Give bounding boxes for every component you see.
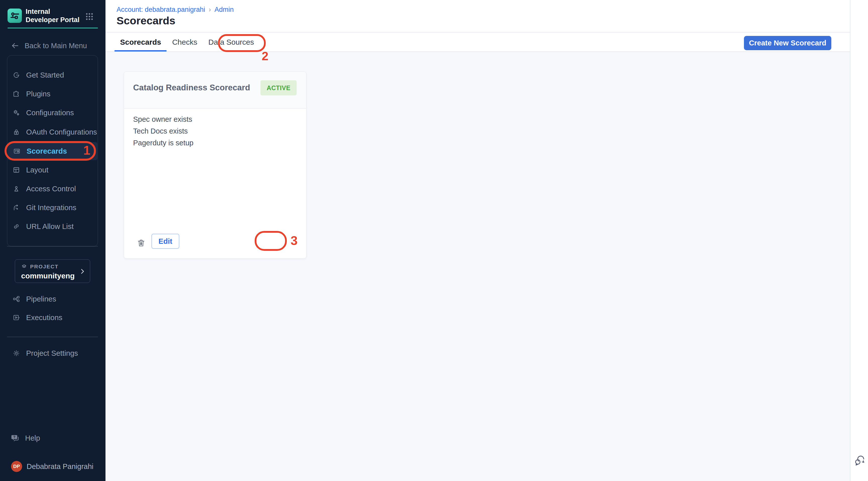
breadcrumb-separator: › xyxy=(209,5,211,13)
app-title: Internal Developer Portal xyxy=(26,7,82,24)
scorecard-card: Catalog Readiness Scorecard ACTIVE Spec … xyxy=(124,71,306,259)
tab-data-sources[interactable]: Data Sources xyxy=(203,33,259,52)
help-chat-icon: ? xyxy=(10,433,20,443)
breadcrumb-admin-link[interactable]: Admin xyxy=(215,6,234,13)
sidebar-item-git-integrations[interactable]: Git Integrations xyxy=(7,199,98,217)
oauth-lock-icon xyxy=(12,128,20,136)
right-gutter xyxy=(850,0,868,481)
app-switcher-icon[interactable] xyxy=(85,12,94,21)
user-menu[interactable]: DP Debabrata Panigrahi xyxy=(0,460,105,473)
layout-icon xyxy=(12,166,20,174)
sidebar-item-label: Project Settings xyxy=(26,349,78,357)
configurations-icon xyxy=(12,109,20,117)
layers-icon xyxy=(21,264,27,269)
sidebar-accent-rule xyxy=(7,28,98,28)
back-to-main-menu[interactable]: Back to Main Menu xyxy=(0,40,105,51)
executions-icon xyxy=(12,314,20,321)
sidebar-item-project-settings[interactable]: Project Settings xyxy=(7,344,98,362)
page-root: Internal Developer Portal Back to Main M… xyxy=(0,0,868,481)
project-selector[interactable]: PROJECT communityeng xyxy=(15,259,90,283)
check-item: Spec owner exists xyxy=(133,114,193,125)
scorecard-title: Catalog Readiness Scorecard xyxy=(133,83,250,92)
sidebar-divider xyxy=(7,336,98,337)
sidebar-item-layout[interactable]: Layout xyxy=(7,161,98,179)
trash-icon xyxy=(136,238,146,248)
project-name: communityeng xyxy=(21,271,74,280)
page-title: Scorecards xyxy=(117,14,175,27)
user-name: Debabrata Panigrahi xyxy=(27,462,93,471)
edit-scorecard-button[interactable]: Edit xyxy=(151,234,179,249)
get-started-icon xyxy=(12,71,20,79)
breadcrumb-account-link[interactable]: Account: debabrata.panigrahi xyxy=(117,6,205,13)
help-label: Help xyxy=(25,434,40,442)
sidebar-item-label: Scorecards xyxy=(27,147,67,155)
sidebar-item-label: Executions xyxy=(26,313,62,322)
app-logo-icon xyxy=(7,8,22,23)
sidebar-item-label: Git Integrations xyxy=(26,203,76,212)
back-label: Back to Main Menu xyxy=(25,42,87,50)
scorecards-icon xyxy=(13,147,21,155)
pipelines-icon xyxy=(12,295,20,303)
avatar: DP xyxy=(11,461,22,472)
sidebar-item-label: Pipelines xyxy=(26,295,56,303)
chevron-right-icon xyxy=(79,268,86,275)
sidebar-item-oauth-configurations[interactable]: OAuth Configurations xyxy=(7,123,98,141)
sidebar-item-url-allow-list[interactable]: URL Allow List xyxy=(7,217,98,235)
sidebar-item-label: OAuth Configurations xyxy=(26,128,97,136)
sidebar-item-label: Plugins xyxy=(26,90,51,98)
sidebar-item-access-control[interactable]: Access Control xyxy=(7,180,98,198)
delete-scorecard-button[interactable] xyxy=(136,238,146,249)
create-new-scorecard-button[interactable]: Create New Scorecard xyxy=(744,36,831,50)
access-control-person-icon xyxy=(12,185,20,193)
check-item: Pagerduty is setup xyxy=(133,137,193,149)
tab-bar: Scorecards Checks Data Sources xyxy=(105,33,850,52)
arrow-left-icon xyxy=(11,42,19,50)
sidebar: Internal Developer Portal Back to Main M… xyxy=(0,0,105,481)
scorecard-card-header: Catalog Readiness Scorecard ACTIVE xyxy=(124,72,306,109)
sidebar-item-configurations[interactable]: Configurations xyxy=(7,104,98,122)
sidebar-item-plugins[interactable]: Plugins xyxy=(7,85,98,103)
sidebar-item-label: Layout xyxy=(26,166,49,174)
scorecard-checks-list: Spec owner exists Tech Docs exists Pager… xyxy=(133,114,193,149)
sidebar-item-executions[interactable]: Executions xyxy=(7,309,98,327)
tab-checks[interactable]: Checks xyxy=(166,33,203,52)
sidebar-item-get-started[interactable]: Get Started xyxy=(7,66,98,84)
sidebar-item-scorecards[interactable]: Scorecards xyxy=(7,142,97,160)
status-badge: ACTIVE xyxy=(260,80,297,95)
chat-bubbles-icon[interactable] xyxy=(854,454,866,466)
help-button[interactable]: ? Help xyxy=(0,432,105,444)
sidebar-item-label: URL Allow List xyxy=(26,222,73,231)
sidebar-item-label: Configurations xyxy=(26,108,74,117)
check-item: Tech Docs exists xyxy=(133,125,193,137)
link-icon xyxy=(12,223,20,230)
svg-text:?: ? xyxy=(13,435,15,439)
tab-scorecards[interactable]: Scorecards xyxy=(115,33,166,52)
main-area: Account: debabrata.panigrahi › Admin Sco… xyxy=(105,0,850,481)
sidebar-item-label: Access Control xyxy=(26,185,76,193)
sidebar-item-label: Get Started xyxy=(26,71,64,79)
sidebar-item-pipelines[interactable]: Pipelines xyxy=(7,290,98,308)
breadcrumb: Account: debabrata.panigrahi › Admin xyxy=(117,5,234,13)
sidebar-divider xyxy=(7,246,98,247)
project-label: PROJECT xyxy=(30,264,59,269)
page-header: Account: debabrata.panigrahi › Admin Sco… xyxy=(105,0,850,32)
gear-icon xyxy=(12,349,20,357)
plugins-icon xyxy=(12,90,20,98)
git-branch-icon xyxy=(12,204,20,212)
